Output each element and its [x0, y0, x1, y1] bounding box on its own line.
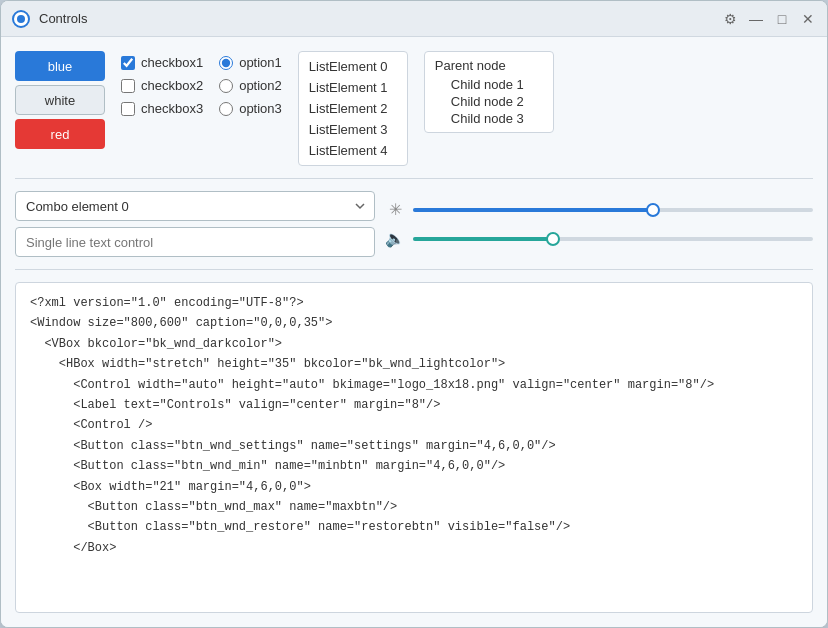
radio3-item[interactable]: option3 — [219, 101, 282, 116]
tree-child-3[interactable]: Child node 3 — [435, 111, 543, 126]
slider-1-fill — [413, 208, 653, 212]
app-icon — [11, 9, 31, 29]
blue-button[interactable]: blue — [15, 51, 105, 81]
white-button[interactable]: white — [15, 85, 105, 115]
checkbox-group: checkbox1 checkbox2 checkbox3 — [121, 51, 203, 116]
titlebar: Controls ⚙ — □ ✕ — [1, 1, 827, 37]
slider-2-thumb[interactable] — [546, 232, 560, 246]
divider-2 — [15, 269, 813, 270]
code-line: <Box width="21" margin="4,6,0,0"> — [30, 477, 798, 497]
list-panel: ListElement 0 ListElement 1 ListElement … — [298, 51, 408, 166]
radio2-input[interactable] — [219, 79, 233, 93]
list-item[interactable]: ListElement 2 — [299, 98, 407, 119]
window-controls: ⚙ — □ ✕ — [721, 10, 817, 28]
checkbox3-label: checkbox3 — [141, 101, 203, 116]
checkbox1-item[interactable]: checkbox1 — [121, 55, 203, 70]
checkbox1-input[interactable] — [121, 56, 135, 70]
code-line: <?xml version="1.0" encoding="UTF-8"?> — [30, 293, 798, 313]
maximize-button[interactable]: □ — [773, 10, 791, 28]
code-line: <Window size="800,600" caption="0,0,0,35… — [30, 313, 798, 333]
svg-point-1 — [17, 15, 25, 23]
tree-panel: Parent node Child node 1 Child node 2 Ch… — [424, 51, 554, 133]
code-line: <Button class="btn_wnd_settings" name="s… — [30, 436, 798, 456]
radio-group: option1 option2 option3 — [219, 51, 282, 116]
window-title: Controls — [39, 11, 721, 26]
divider-1 — [15, 178, 813, 179]
radio2-item[interactable]: option2 — [219, 78, 282, 93]
tree-parent-node: Parent node — [435, 58, 543, 73]
middle-section: Combo element 0 Combo element 1 Combo el… — [15, 191, 813, 257]
button-group: blue white red — [15, 51, 105, 149]
sliders-section: ✳ 🔈 — [385, 198, 813, 250]
radio1-label: option1 — [239, 55, 282, 70]
code-line: <Button class="btn_wnd_max" name="maxbtn… — [30, 497, 798, 517]
list-item[interactable]: ListElement 0 — [299, 56, 407, 77]
slider-row-1: ✳ — [385, 200, 813, 219]
list-item[interactable]: ListElement 3 — [299, 119, 407, 140]
combo-and-text: Combo element 0 Combo element 1 Combo el… — [15, 191, 375, 257]
checkbox2-label: checkbox2 — [141, 78, 203, 93]
checkbox1-label: checkbox1 — [141, 55, 203, 70]
top-section: blue white red checkbox1 checkbox2 check… — [15, 51, 813, 166]
list-item[interactable]: ListElement 1 — [299, 77, 407, 98]
radio3-input[interactable] — [219, 102, 233, 116]
minimize-button[interactable]: — — [747, 10, 765, 28]
code-line: <Control width="auto" height="auto" bkim… — [30, 375, 798, 395]
tree-child-2[interactable]: Child node 2 — [435, 94, 543, 109]
radio1-input[interactable] — [219, 56, 233, 70]
checkbox2-input[interactable] — [121, 79, 135, 93]
volume-icon: 🔈 — [385, 229, 405, 248]
settings-button[interactable]: ⚙ — [721, 10, 739, 28]
code-line: <HBox width="stretch" height="35" bkcolo… — [30, 354, 798, 374]
code-line: <Label text="Controls" valign="center" m… — [30, 395, 798, 415]
main-content: blue white red checkbox1 checkbox2 check… — [1, 37, 827, 627]
red-button[interactable]: red — [15, 119, 105, 149]
close-button[interactable]: ✕ — [799, 10, 817, 28]
brightness-icon: ✳ — [385, 200, 405, 219]
code-line: <VBox bkcolor="bk_wnd_darkcolor"> — [30, 334, 798, 354]
slider-1-thumb[interactable] — [646, 203, 660, 217]
code-line: </Box> — [30, 538, 798, 558]
checkbox3-item[interactable]: checkbox3 — [121, 101, 203, 116]
radio2-label: option2 — [239, 78, 282, 93]
code-section: <?xml version="1.0" encoding="UTF-8"?> <… — [15, 282, 813, 613]
slider-row-2: 🔈 — [385, 229, 813, 248]
radio3-label: option3 — [239, 101, 282, 116]
combo-select[interactable]: Combo element 0 Combo element 1 Combo el… — [15, 191, 375, 221]
slider-2-fill — [413, 237, 553, 241]
checkbox2-item[interactable]: checkbox2 — [121, 78, 203, 93]
code-line: <Button class="btn_wnd_min" name="minbtn… — [30, 456, 798, 476]
radio1-item[interactable]: option1 — [219, 55, 282, 70]
list-item[interactable]: ListElement 4 — [299, 140, 407, 161]
tree-child-1[interactable]: Child node 1 — [435, 77, 543, 92]
text-input[interactable] — [15, 227, 375, 257]
checkbox3-input[interactable] — [121, 102, 135, 116]
code-line: <Control /> — [30, 415, 798, 435]
code-line: <Button class="btn_wnd_restore" name="re… — [30, 517, 798, 537]
slider-2-track[interactable] — [413, 237, 813, 241]
main-window: Controls ⚙ — □ ✕ blue white red checkbox… — [0, 0, 828, 628]
slider-1-track[interactable] — [413, 208, 813, 212]
